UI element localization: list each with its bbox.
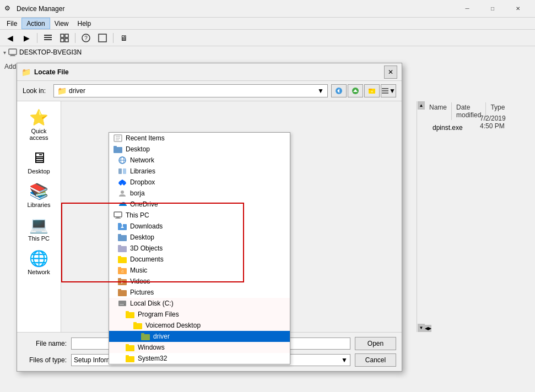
svg-text:+: + — [371, 89, 374, 94]
dropdown-driver[interactable]: driver — [109, 331, 290, 342]
sidebar-item-quick-access[interactable]: ⭐ Quick access — [19, 106, 59, 144]
dropdown-downloads[interactable]: Downloads — [109, 221, 290, 232]
svg-rect-64 — [133, 323, 142, 329]
downloads-label: Downloads — [130, 222, 163, 230]
menu-help[interactable]: Help — [73, 18, 96, 29]
dialog-icon: 📁 — [21, 68, 31, 77]
toolbar-btn-3[interactable] — [95, 31, 110, 45]
nav-up-button[interactable] — [348, 84, 363, 97]
open-button[interactable]: Open — [355, 337, 396, 350]
toolbar-forward[interactable]: ▶ — [19, 31, 34, 45]
svg-rect-67 — [141, 333, 144, 335]
driver-label: driver — [153, 333, 170, 340]
menu-action[interactable]: Action — [21, 18, 50, 29]
nav-new-folder-button[interactable]: + — [364, 84, 380, 97]
nav-back-button[interactable] — [331, 84, 347, 97]
dropdown-this-pc[interactable]: This PC — [109, 210, 290, 221]
svg-rect-0 — [44, 35, 52, 36]
videos-icon — [118, 277, 127, 285]
col-name[interactable]: Name — [425, 102, 452, 120]
computer-icon — [8, 48, 17, 57]
dialog-toolbar: Look in: 📁 driver ▼ + ▼ — [17, 81, 402, 101]
svg-rect-28 — [114, 146, 117, 148]
col-type[interactable]: Type — [486, 102, 509, 120]
dropdown-desktop-2[interactable]: Desktop — [109, 232, 290, 243]
dropdown-windows[interactable]: Windows — [109, 342, 290, 353]
maximize-button[interactable]: □ — [480, 0, 505, 18]
toolbar-btn-2[interactable] — [57, 31, 72, 45]
dropdown-onedrive[interactable]: OneDrive — [109, 199, 290, 210]
nav-buttons: + ▼ — [331, 84, 396, 97]
dropdown-network[interactable]: Network — [109, 155, 290, 166]
toolbar-sep-1 — [37, 33, 37, 43]
svg-rect-9 — [99, 34, 106, 42]
recent-icon — [114, 134, 122, 142]
col-date[interactable]: Date modified — [452, 102, 486, 120]
dropbox-label: Dropbox — [130, 178, 155, 186]
svg-rect-32 — [118, 168, 122, 174]
file-row-dpinst[interactable]: EXE dpinst.exe — [425, 122, 434, 134]
sidebar-desktop-label: Desktop — [28, 168, 50, 175]
dropdown-recent-items[interactable]: Recent Items — [109, 133, 290, 144]
toolbar-back[interactable]: ◀ — [2, 31, 18, 45]
sidebar-item-this-pc[interactable]: 💻 This PC — [19, 213, 59, 244]
scroll-down[interactable]: ▼ — [418, 324, 425, 332]
scroll-up[interactable]: ▲ — [418, 101, 425, 110]
dropdown-videos[interactable]: Videos — [109, 276, 290, 287]
dropdown-music[interactable]: ♫ Music — [109, 265, 290, 276]
toolbar-help[interactable]: ? — [78, 31, 94, 45]
dropdown-dropbox[interactable]: Dropbox — [109, 177, 290, 188]
onedrive-label: OneDrive — [130, 200, 158, 208]
this-pc-icon: 💻 — [29, 216, 48, 234]
sidebar-item-libraries[interactable]: 📚 Libraries — [19, 179, 59, 211]
dropdown-local-disk[interactable]: Local Disk (C:) — [109, 298, 290, 309]
dropdown-list: Recent Items Desktop Network — [109, 132, 290, 364]
nav-view-button[interactable]: ▼ — [381, 84, 396, 97]
dialog-close-button[interactable]: ✕ — [384, 66, 397, 79]
look-in-select[interactable]: 📁 driver ▼ — [53, 84, 328, 97]
minimize-button[interactable]: ─ — [455, 0, 480, 18]
dropdown-borja[interactable]: borja — [109, 188, 290, 199]
dropdown-desktop[interactable]: Desktop — [109, 144, 290, 155]
dropdown-system32[interactable]: System32 — [109, 353, 290, 364]
toolbar-btn-1[interactable] — [40, 31, 56, 45]
libraries-icon: 📚 — [29, 182, 48, 200]
dropdown-documents[interactable]: Documents — [109, 254, 290, 265]
videos-label: Videos — [130, 277, 150, 285]
menu-view[interactable]: View — [50, 18, 73, 29]
svg-rect-40 — [115, 218, 121, 219]
cancel-button[interactable]: Cancel — [355, 353, 396, 367]
toolbar-monitor[interactable]: 🖥 — [116, 31, 132, 45]
vertical-scrollbar[interactable]: ▲ ▼ — [417, 101, 425, 332]
expand-icon: ▾ — [3, 50, 6, 56]
svg-rect-70 — [126, 356, 134, 362]
this-pc-label: This PC — [126, 211, 149, 219]
dropdown-3d-objects[interactable]: 3D Objects — [109, 243, 290, 254]
dropdown-pictures[interactable]: Pictures — [109, 287, 290, 298]
dropdown-voicemod[interactable]: Voicemod Desktop — [109, 320, 290, 331]
computer-tree-row[interactable]: ▾ DESKTOP-BVEGI3N — [0, 46, 535, 58]
scroll-right[interactable]: ▶ — [428, 325, 431, 332]
svg-point-37 — [121, 190, 124, 194]
svg-rect-55 — [118, 278, 121, 280]
user-icon — [118, 189, 127, 197]
svg-rect-68 — [126, 345, 134, 351]
onedrive-icon — [118, 200, 127, 208]
svg-rect-57 — [118, 290, 127, 296]
close-button[interactable]: ✕ — [505, 0, 531, 18]
desktop-folder-icon — [114, 145, 122, 153]
desktop-icon: 🖥 — [31, 149, 47, 167]
libraries-small-icon — [118, 167, 127, 175]
dropdown-libraries[interactable]: Libraries — [109, 166, 290, 177]
svg-rect-1 — [44, 37, 52, 38]
menu-file[interactable]: File — [2, 18, 21, 29]
sidebar-item-network[interactable]: 🌐 Network — [19, 247, 59, 278]
svg-rect-2 — [44, 39, 52, 40]
window-title: Device Manager — [17, 5, 455, 13]
svg-rect-58 — [118, 289, 121, 291]
sidebar-item-desktop[interactable]: 🖥 Desktop — [19, 146, 59, 177]
svg-rect-42 — [118, 223, 121, 225]
file-type-label: Files of type: — [23, 356, 67, 364]
documents-icon — [118, 255, 127, 263]
dropdown-program-files[interactable]: Program Files — [109, 309, 290, 320]
